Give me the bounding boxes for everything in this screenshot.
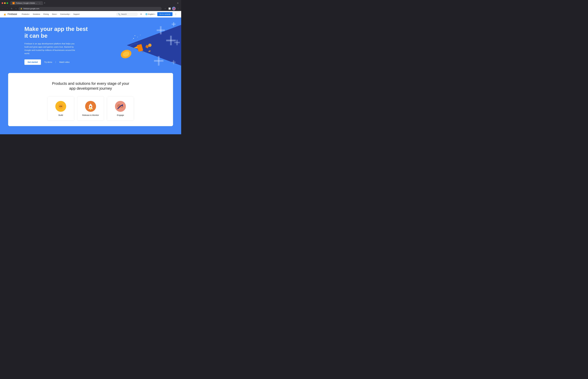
release-monitor-label: Release & Monitor bbox=[82, 114, 99, 116]
nav-pricing[interactable]: Pricing bbox=[42, 12, 50, 16]
hero-section: Make your app the best it can be Firebas… bbox=[0, 17, 181, 73]
navbar-right: 🔍 Search ☀ 🌐 English ▾ Go to console ⋮ bbox=[116, 12, 178, 16]
products-grid: <> Build bbox=[14, 96, 168, 121]
watch-video-link[interactable]: Watch video bbox=[59, 61, 70, 63]
go-to-console-button[interactable]: Go to console bbox=[157, 12, 172, 16]
brand-name: Firebase bbox=[8, 13, 17, 16]
products-card: Products and solutions for every stage o… bbox=[8, 73, 173, 126]
engage-product-card[interactable]: Engage bbox=[107, 96, 134, 121]
nav-docs[interactable]: Docs ▾ bbox=[51, 12, 59, 16]
products-chevron-icon: ▾ bbox=[29, 14, 30, 15]
nav-community[interactable]: Community ▾ bbox=[59, 12, 71, 16]
tab-close-button[interactable]: × bbox=[39, 2, 41, 4]
release-icon bbox=[85, 101, 96, 112]
svg-point-21 bbox=[140, 35, 141, 35]
nav-products[interactable]: Products ▾ bbox=[20, 12, 31, 16]
website-content: Firebase Products ▾ Solutions Pricing Do… bbox=[0, 11, 181, 134]
community-chevron-icon: ▾ bbox=[69, 14, 70, 15]
build-product-card[interactable]: <> Build bbox=[47, 96, 74, 121]
svg-point-20 bbox=[135, 35, 135, 36]
svg-point-22 bbox=[132, 40, 133, 40]
try-demo-link[interactable]: Try demo bbox=[44, 61, 52, 63]
search-placeholder-text: Search bbox=[121, 13, 127, 15]
browser-tabs: 🔥 Firebase | Google's Mobile &... × + bbox=[10, 1, 165, 5]
get-started-button[interactable]: Get started bbox=[24, 59, 41, 65]
svg-point-31 bbox=[90, 106, 92, 108]
home-button[interactable]: ⌂ bbox=[14, 7, 18, 10]
back-button[interactable]: ← bbox=[1, 7, 5, 10]
svg-point-19 bbox=[137, 37, 138, 37]
user-avatar bbox=[172, 7, 176, 10]
tab-title: Firebase | Google's Mobile &... bbox=[16, 2, 38, 4]
engage-label: Engage bbox=[117, 114, 124, 116]
docs-chevron-icon: ▾ bbox=[56, 14, 57, 15]
hero-title: Make your app the best it can be bbox=[24, 26, 90, 39]
search-icon: 🔍 bbox=[118, 13, 120, 15]
nav-support[interactable]: Support bbox=[72, 12, 81, 16]
new-tab-button[interactable]: + bbox=[43, 1, 46, 5]
browser-titlebar: 🔥 Firebase | Google's Mobile &... × + bbox=[0, 0, 181, 6]
browser-chrome: 🔥 Firebase | Google's Mobile &... × + ← … bbox=[0, 0, 181, 11]
browser-actions: ☆ ⬜ ⋮ bbox=[163, 7, 180, 10]
navbar-brand[interactable]: Firebase bbox=[3, 13, 17, 16]
navbar-links: Products ▾ Solutions Pricing Docs ▾ Comm… bbox=[20, 12, 116, 16]
engage-icon bbox=[115, 101, 126, 112]
maximize-traffic-light[interactable] bbox=[6, 2, 8, 4]
build-icon: <> bbox=[55, 101, 66, 112]
site-navbar: Firebase Products ▾ Solutions Pricing Do… bbox=[0, 11, 181, 17]
profile-button[interactable] bbox=[172, 7, 176, 10]
lang-chevron-icon: ▾ bbox=[155, 14, 155, 15]
release-monitor-product-card[interactable]: Release & Monitor bbox=[77, 96, 104, 121]
reload-button[interactable]: ↻ bbox=[10, 7, 14, 10]
svg-point-18 bbox=[133, 38, 134, 39]
browser-tab-active[interactable]: 🔥 Firebase | Google's Mobile &... × bbox=[10, 1, 43, 5]
theme-toggle-button[interactable]: ☀ bbox=[139, 12, 143, 16]
svg-text:<>: <> bbox=[59, 105, 62, 108]
nav-solutions[interactable]: Solutions bbox=[31, 12, 41, 16]
extensions-button[interactable]: ⬜ bbox=[168, 7, 171, 10]
language-selector[interactable]: 🌐 English ▾ bbox=[144, 13, 156, 16]
menu-button[interactable]: ⋮ bbox=[176, 7, 180, 10]
forward-button[interactable]: → bbox=[5, 7, 9, 10]
minimize-traffic-light[interactable] bbox=[4, 2, 6, 4]
address-bar[interactable]: 🔒 firebase.google.com bbox=[18, 7, 162, 10]
svg-point-34 bbox=[90, 108, 92, 110]
hero-description: Firebase is an app development platform … bbox=[24, 42, 79, 55]
products-section-title: Products and solutions for every stage o… bbox=[50, 81, 131, 91]
hero-content: Make your app the best it can be Firebas… bbox=[24, 26, 90, 65]
firebase-logo-icon bbox=[3, 13, 6, 16]
cta-divider: | bbox=[55, 61, 56, 63]
url-text: firebase.google.com bbox=[23, 8, 39, 10]
search-bar[interactable]: 🔍 Search bbox=[116, 13, 138, 16]
hero-cta-group: Get started Try demo | Watch video bbox=[24, 59, 90, 65]
svg-point-25 bbox=[148, 44, 152, 47]
more-options-button[interactable]: ⋮ bbox=[174, 12, 178, 16]
globe-icon: 🌐 bbox=[145, 13, 148, 15]
build-label: Build bbox=[59, 114, 63, 116]
tab-favicon: 🔥 bbox=[13, 2, 15, 4]
products-section: Products and solutions for every stage o… bbox=[0, 73, 181, 134]
browser-nav: ← → ↻ ⌂ 🔒 firebase.google.com ☆ ⬜ ⋮ bbox=[0, 6, 181, 11]
traffic-lights bbox=[2, 2, 8, 4]
close-traffic-light[interactable] bbox=[2, 2, 3, 4]
bookmark-button[interactable]: ☆ bbox=[163, 7, 167, 10]
svg-marker-0 bbox=[127, 25, 181, 66]
